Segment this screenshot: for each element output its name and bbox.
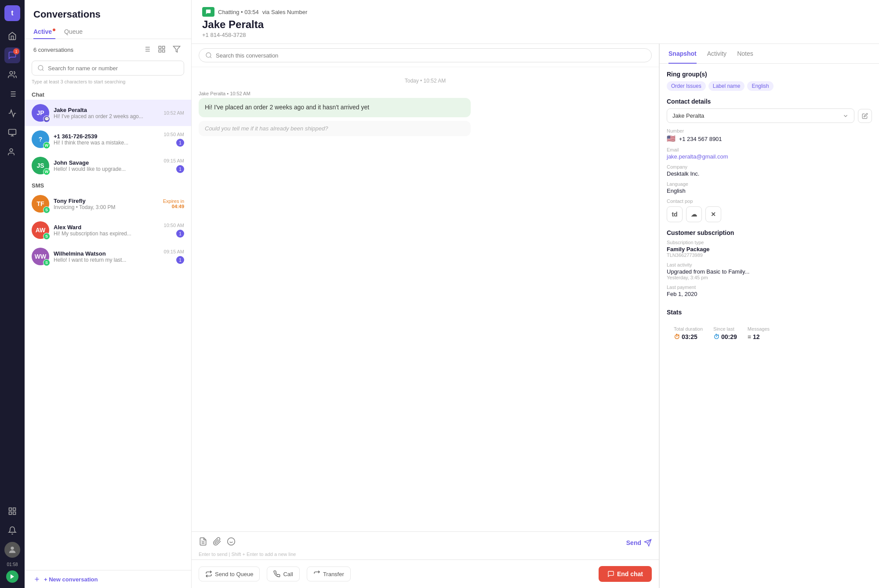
search-input[interactable] — [48, 65, 178, 72]
nav-notifications[interactable] — [4, 523, 20, 538]
tab-snapshot[interactable]: Snapshot — [668, 44, 697, 63]
last-activity-time: Yesterday, 3:45 pm — [667, 275, 872, 280]
sidebar: Conversations Active Queue 6 conversatio… — [25, 0, 192, 588]
conversation-count: 6 conversations — [33, 47, 73, 53]
chat-status-row: Chatting • 03:54 via Sales Number — [202, 7, 868, 17]
last-activity-label: Last activity — [667, 262, 872, 267]
call-button[interactable]: Call — [267, 566, 299, 581]
conv-time: 10:50 AM — [164, 223, 184, 228]
end-chat-button[interactable]: End chat — [599, 566, 652, 582]
nav-home[interactable] — [4, 28, 20, 44]
email-value: jake.peralta@gmail.com — [667, 153, 872, 160]
list-item[interactable]: JP 💬 Jake Peralta Hi! I've placed an ord… — [25, 100, 191, 126]
message-toolbar: Send — [199, 537, 652, 548]
transfer-button[interactable]: Transfer — [307, 566, 351, 581]
list-view-btn[interactable] — [141, 43, 153, 56]
pop-icon-td[interactable]: td — [667, 206, 683, 222]
right-panel: Snapshot Activity Notes Ring group(s) Or… — [659, 44, 879, 588]
grid-view-btn[interactable] — [156, 43, 167, 56]
sub-type: Subscription type Family Package TLN3662… — [667, 240, 872, 258]
nav-timer: 01:58 — [7, 562, 18, 567]
pop-icon-x[interactable]: ✕ — [705, 206, 721, 222]
last-activity-value: Upgraded from Basic to Family... — [667, 268, 872, 275]
chat-status-text: Chatting • 03:54 — [218, 9, 259, 15]
search-box[interactable] — [32, 61, 184, 76]
chat-customer-number: +1 814-458-3728 — [202, 32, 868, 38]
contact-select[interactable]: Jake Peralta — [667, 108, 854, 123]
conv-info: Alex Ward Hi! My subscription has expire… — [54, 224, 160, 237]
conv-preview: Hi! My subscription has expired... — [54, 231, 160, 237]
chat-via-text: via Sales Number — [262, 9, 308, 15]
chat-header: Chatting • 03:54 via Sales Number Jake P… — [192, 0, 879, 44]
attachment-icon[interactable] — [213, 537, 222, 548]
last-activity: Last activity Upgraded from Basic to Fam… — [667, 262, 872, 280]
conv-name: +1 361-726-2539 — [54, 133, 160, 140]
new-conversation-button[interactable]: + New conversation — [25, 570, 191, 588]
nav-teams[interactable] — [4, 144, 20, 160]
email-link[interactable]: jake.peralta@gmail.com — [667, 153, 728, 160]
channel-badge-sms: S — [43, 206, 50, 213]
list-item[interactable]: ? W +1 361-726-2539 Hi! I think there wa… — [25, 126, 191, 152]
filter-btn[interactable] — [171, 43, 182, 56]
svg-point-0 — [10, 72, 13, 75]
nav-contacts[interactable] — [4, 67, 20, 83]
ring-groups-title: Ring group(s) — [667, 71, 872, 78]
nav-apps[interactable] — [4, 503, 20, 519]
conv-meta: 10:50 AM 1 — [164, 132, 184, 147]
edit-contact-button[interactable] — [858, 109, 872, 123]
conv-info: John Savage Hello! I would like to upgra… — [54, 159, 160, 172]
nav-badge: 1 — [13, 48, 19, 54]
message-search-input[interactable] — [216, 52, 645, 59]
last-payment: Last payment Feb 1, 2020 — [667, 285, 872, 297]
tab-activity[interactable]: Activity — [707, 44, 726, 63]
template-icon[interactable] — [199, 537, 207, 548]
tab-notes[interactable]: Notes — [737, 44, 753, 63]
chat-body: Today • 10:52 AM Jake Peralta • 10:52 AM… — [192, 44, 879, 588]
language-value: English — [667, 188, 872, 194]
right-panel-content: Ring group(s) Order Issues Label name En… — [660, 64, 879, 354]
clock-icon: ⏱ — [674, 333, 680, 340]
right-panel-tabs: Snapshot Activity Notes — [660, 44, 879, 64]
svg-point-10 — [10, 149, 13, 152]
message-search — [192, 44, 659, 67]
list-item[interactable]: JS W John Savage Hello! I would like to … — [25, 152, 191, 179]
conv-meta: 10:50 AM 1 — [164, 223, 184, 238]
user-avatar[interactable] — [4, 542, 20, 558]
nav-analytics[interactable] — [4, 105, 20, 121]
contact-details-title: Contact details — [667, 98, 872, 105]
expires-time: 04:49 — [163, 204, 184, 209]
chat-section-label: Chat — [25, 88, 191, 100]
contact-pop-icons: td ☁ ✕ — [667, 206, 872, 222]
app-logo: t — [4, 5, 20, 21]
ring-groups-section: Ring group(s) Order Issues Label name En… — [667, 71, 872, 91]
expires-label: Expires in — [163, 198, 184, 204]
send-to-queue-button[interactable]: Send to Queue — [199, 566, 260, 581]
sub-type-value: Family Package — [667, 246, 872, 253]
conv-name: Wilhelmina Watson — [54, 250, 160, 257]
nav-tasks[interactable] — [4, 86, 20, 102]
svg-point-32 — [206, 53, 211, 58]
nav-orders[interactable] — [4, 125, 20, 141]
send-button[interactable]: Send — [626, 539, 652, 547]
list-item[interactable]: AW S Alex Ward Hi! My subscription has e… — [25, 217, 191, 243]
tab-queue[interactable]: Queue — [64, 25, 83, 39]
tab-active[interactable]: Active — [33, 25, 55, 39]
emoji-icon[interactable] — [227, 537, 236, 548]
flag-icon: 🇺🇸 — [667, 135, 676, 142]
list-item[interactable]: TF S Tony Firefly Invoicing • Today, 3:0… — [25, 191, 191, 217]
since-last-label: Since last — [713, 326, 737, 332]
svg-marker-16 — [11, 574, 14, 579]
pop-icon-cloud[interactable]: ☁ — [686, 206, 702, 222]
conv-info: Wilhelmina Watson Hello! I want to retur… — [54, 250, 160, 263]
conv-meta: 10:52 AM — [164, 110, 184, 115]
status-indicator[interactable] — [6, 570, 18, 583]
svg-point-28 — [38, 65, 43, 70]
nav-conversations[interactable]: 1 — [4, 47, 20, 63]
conv-name: Tony Firefly — [54, 198, 159, 204]
ring-group-tags: Order Issues Label name English — [667, 81, 872, 91]
company-value: Desktalk Inc. — [667, 170, 872, 177]
list-item[interactable]: WW S Wilhelmina Watson Hello! I want to … — [25, 243, 191, 270]
message-search-box[interactable] — [199, 48, 652, 62]
message-input-area: Send Enter to send | Shift + Enter to ad… — [192, 531, 659, 559]
svg-rect-26 — [159, 50, 161, 52]
